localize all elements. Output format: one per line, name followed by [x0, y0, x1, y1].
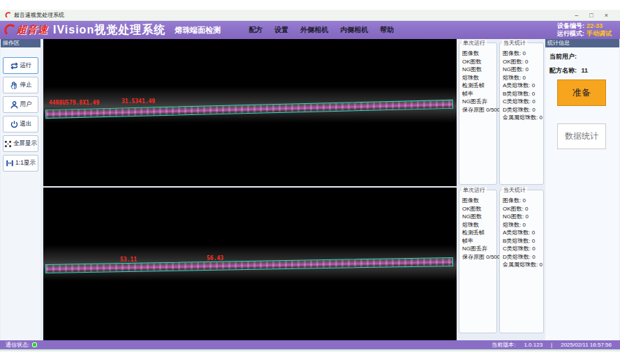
run-button[interactable]: 运行 [3, 57, 38, 74]
stat-row: NG图丢弃 [462, 98, 496, 106]
app-window: 超音速视觉处理系统 – □ × 超音速 IVision视觉处理系统 熔珠端面检测… [0, 0, 620, 364]
measurement-annotation: 56.43 [207, 255, 223, 261]
stat-row: 图像数 [462, 50, 496, 58]
stat-row: 金属屑熔珠数: 0 [503, 261, 543, 269]
stat-row: 图像数: 0 [503, 197, 543, 205]
menu-outer-camera[interactable]: 外侧相机 [300, 25, 328, 35]
sidebar-title: 操作区 [1, 39, 40, 47]
stat-row: OK图数 [462, 205, 496, 213]
window-maximize-icon[interactable]: □ [589, 10, 593, 20]
bottom-strip [0, 349, 620, 351]
exit-button-label: 退出 [20, 120, 32, 128]
run-mode-label: 运行模式: [557, 30, 584, 37]
group-title: 当天统计 [502, 40, 527, 46]
stop-button[interactable]: 停止 [3, 77, 38, 93]
today-stats-group-top: 当天统计 图像数: 0 OK图数: 0 NG图数: 0 熔珠数: 0 A类熔珠数… [499, 43, 544, 185]
info-panel: 当前用户: 配方名称: 11 准备 数据统计 [545, 47, 619, 340]
single-run-group-bottom: 单次运行 图像数 OK图数 NG图数 熔珠数 检测丢帧 帧率 NG图丢弃 保存原… [459, 190, 497, 333]
stat-row: OK图数: 0 [503, 205, 543, 213]
camera-view-bottom: 53.11 56.43 [43, 188, 457, 340]
stat-row: A类熔珠数: 0 [503, 229, 543, 237]
one-to-one-button-label: 1:1显示 [15, 159, 36, 167]
run-button-label: 运行 [20, 61, 32, 70]
current-user-label: 当前用户: [549, 53, 577, 60]
os-titlebar: 超音速视觉处理系统 – □ × [0, 10, 620, 21]
stat-row: NG图数 [462, 66, 496, 74]
one-to-one-icon [6, 159, 14, 167]
stat-row: 熔珠数: 0 [503, 74, 543, 82]
info-panel-title: 统计信息 [545, 39, 619, 47]
stat-row: NG图数: 0 [503, 213, 543, 221]
recipe-name-value: 11 [582, 67, 589, 74]
stat-row: 图像数: 0 [503, 50, 543, 58]
stat-row: A类熔珠数: 0 [503, 82, 543, 90]
user-button[interactable]: 用户 [3, 96, 38, 113]
brand-swoosh-icon [3, 24, 16, 36]
run-arrows-icon [10, 61, 19, 70]
stat-row: 金属屑熔珠数: 0 [503, 114, 543, 122]
window-minimize-icon[interactable]: – [575, 10, 578, 20]
operation-sidebar: 操作区 运行 停止 [1, 39, 40, 340]
version-value: 1.0.123 [524, 342, 542, 348]
brand-logo: 超音速 [3, 24, 48, 36]
stat-row: D类熔珠数: 0 [503, 106, 543, 114]
stat-row: OK图数 [462, 58, 496, 66]
comm-status-green-indicator [32, 342, 37, 347]
measurement-annotation: 31.5341.49 [121, 98, 155, 105]
user-icon [10, 100, 19, 109]
group-title: 单次运行 [462, 40, 487, 46]
stat-row: B类熔珠数: 0 [503, 237, 543, 245]
stat-row: 检测丢帧 [462, 229, 496, 237]
brand-name: 超音速 [17, 24, 48, 36]
stat-row: NG图数: 0 [503, 66, 543, 74]
group-title: 单次运行 [462, 187, 487, 193]
stat-row: 熔珠数 [462, 74, 496, 82]
stat-row: 熔珠数: 0 [503, 221, 543, 229]
run-mode-value: 手动调试 [586, 30, 612, 37]
status-separator: | [551, 342, 552, 348]
prepare-button[interactable]: 准备 [557, 79, 606, 106]
device-info: 设备编号:22-33 运行模式:手动调试 [557, 22, 612, 38]
stop-hand-icon [10, 81, 19, 90]
window-title: 超音速视觉处理系统 [14, 11, 64, 19]
today-stats-group-bottom: 当天统计 图像数: 0 OK图数: 0 NG图数: 0 熔珠数: 0 A类熔珠数… [499, 190, 544, 333]
one-to-one-button[interactable]: 1:1显示 [3, 155, 38, 172]
group-title: 当天统计 [502, 187, 527, 193]
app-logo-icon [5, 12, 11, 18]
power-icon [10, 120, 19, 129]
data-statistics-button[interactable]: 数据统计 [557, 123, 606, 149]
menu-help[interactable]: 帮助 [380, 25, 394, 35]
camera-view-top: 44R8U579.8X1.49 31.5341.49 [43, 39, 457, 186]
stat-row: NG图数 [462, 213, 496, 221]
stat-row: 熔珠数 [462, 221, 496, 229]
stat-row: 帧率 [462, 237, 496, 245]
single-run-group-top: 单次运行 图像数 OK图数 NG图数 熔珠数 检测丢帧 帧率 NG图丢弃 保存原… [459, 43, 497, 185]
app-header: 超音速 IVision视觉处理系统 熔珠端面检测 配方 设置 外侧相机 内侧相机… [0, 21, 620, 39]
user-button-label: 用户 [20, 100, 32, 109]
stat-row: 保存原图 0/500 [462, 253, 496, 261]
stat-row: B类熔珠数: 0 [503, 90, 543, 98]
stat-row: 图像数 [462, 197, 496, 205]
menu-bar: 配方 设置 外侧相机 内侧相机 帮助 [249, 25, 394, 35]
stat-row: 检测丢帧 [462, 82, 496, 90]
menu-inner-camera[interactable]: 内侧相机 [340, 25, 368, 35]
stat-row: C类熔珠数: 0 [503, 98, 543, 106]
measurement-annotation: 44R8U579.8X1.49 [49, 100, 99, 106]
fullscreen-button[interactable]: 全屏显示 [3, 135, 38, 152]
window-close-icon[interactable]: × [605, 10, 608, 20]
menu-settings[interactable]: 设置 [274, 25, 288, 35]
stat-row: OK图数: 0 [503, 58, 543, 66]
device-number-value: 22-33 [586, 22, 603, 29]
version-label: 当前版本: [492, 341, 515, 349]
fullscreen-button-label: 全屏显示 [13, 139, 37, 148]
status-bar: 通信状态: 当前版本: 1.0.123 | 2025/02/11 16:57:5… [0, 340, 620, 349]
stat-row: C类熔珠数: 0 [503, 245, 543, 253]
stop-button-label: 停止 [20, 81, 32, 89]
stat-row: 帧率 [462, 90, 496, 98]
main-area: 操作区 运行 停止 [0, 39, 620, 340]
app-subtitle: 熔珠端面检测 [175, 25, 221, 36]
exit-button[interactable]: 退出 [3, 116, 38, 132]
device-number-label: 设备编号: [557, 22, 584, 29]
comm-status-label: 通信状态: [6, 341, 29, 349]
menu-recipe[interactable]: 配方 [249, 25, 263, 35]
